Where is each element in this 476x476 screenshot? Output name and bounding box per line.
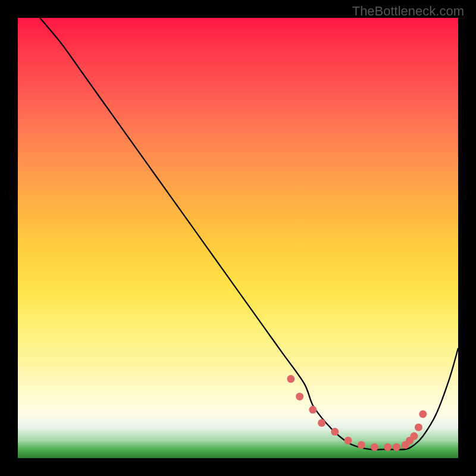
curve-svg (18, 18, 458, 458)
highlight-dot (345, 437, 352, 444)
bottleneck-curve-line (40, 18, 458, 450)
chart-container (18, 18, 458, 458)
highlight-dot (419, 411, 427, 418)
highlight-dot (358, 441, 365, 449)
highlight-dot (371, 443, 378, 451)
highlight-dot (287, 375, 295, 383)
highlight-dot (415, 424, 422, 431)
highlight-markers (287, 375, 427, 451)
highlight-dot (296, 393, 303, 400)
highlight-dot (331, 428, 339, 436)
watermark-text: TheBottleneck.com (352, 4, 464, 19)
highlight-dot (318, 419, 325, 427)
highlight-dot (309, 406, 317, 414)
highlight-dot (411, 433, 418, 440)
highlight-dot (384, 443, 392, 451)
highlight-dot (393, 443, 400, 451)
